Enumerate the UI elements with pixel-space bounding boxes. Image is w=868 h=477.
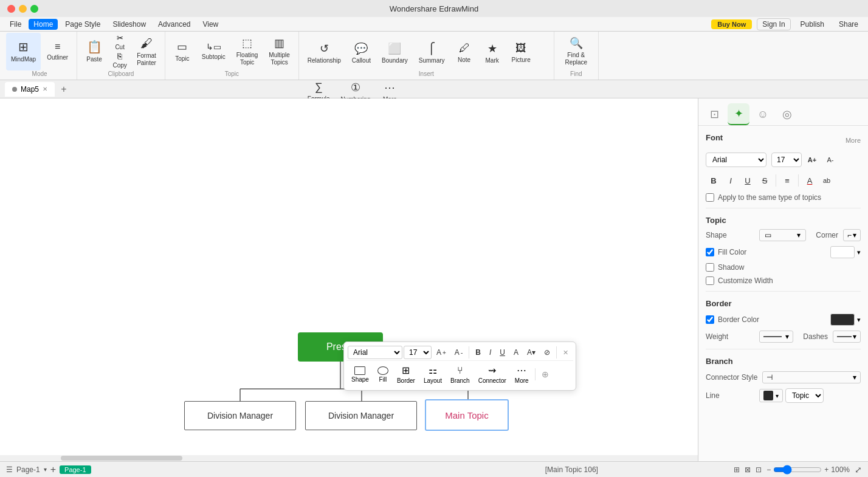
minimize-button[interactable] xyxy=(19,5,27,13)
sign-in-button[interactable]: Sign In xyxy=(757,18,790,30)
outliner-tool[interactable]: ≡ Outliner xyxy=(42,33,73,70)
menu-page-style[interactable]: Page Style xyxy=(60,19,105,30)
close-button[interactable] xyxy=(7,5,15,13)
float-fill-btn[interactable]: Fill xyxy=(374,364,392,385)
subtopic-tool[interactable]: ↳▭ Subtopic xyxy=(197,33,230,70)
callout-tool[interactable]: 💬 Callout xyxy=(347,34,376,72)
float-layout-btn[interactable]: ⚏ Layout xyxy=(420,362,446,386)
float-shape-btn[interactable]: Shape xyxy=(348,364,373,385)
add-tab-button[interactable]: + xyxy=(57,83,71,96)
float-size-decrease[interactable]: A- xyxy=(451,346,466,359)
float-font-select[interactable]: Arial xyxy=(348,346,402,359)
float-highlight[interactable]: A▾ xyxy=(523,346,539,359)
menu-advanced[interactable]: Advanced xyxy=(153,19,195,30)
font-family-select[interactable]: Arial xyxy=(706,153,766,167)
dashes-select[interactable]: ▾ xyxy=(833,331,861,343)
relationship-tool[interactable]: ↺ Relationship xyxy=(303,34,346,72)
multiple-topics-tool[interactable]: ▥ Multiple Topics xyxy=(264,33,294,70)
buy-now-button[interactable]: Buy Now xyxy=(711,19,752,29)
picture-tool[interactable]: 🖼 Picture xyxy=(507,34,536,72)
border-color-dropdown[interactable]: ▾ xyxy=(857,316,861,324)
float-bold[interactable]: B xyxy=(472,346,484,359)
fullscreen-icon-btn[interactable]: ⊡ xyxy=(756,465,762,474)
panel-tab-settings[interactable]: ◎ xyxy=(776,103,798,125)
zoom-slider[interactable] xyxy=(773,465,822,475)
expand-btn[interactable]: ⤢ xyxy=(855,465,862,475)
canvas[interactable]: Pres... Division Manager Division Manage… xyxy=(0,98,698,461)
shadow-checkbox[interactable] xyxy=(706,263,714,272)
zoom-in-btn[interactable]: + xyxy=(824,465,828,474)
panel-tab-format[interactable]: ⊡ xyxy=(703,103,725,125)
paste-tool[interactable]: 📋 Paste xyxy=(81,33,108,70)
fill-color-checkbox[interactable] xyxy=(706,248,714,256)
fill-color-dropdown[interactable]: ▾ xyxy=(857,249,861,256)
corner-select[interactable]: ⌐ ▾ xyxy=(843,229,861,241)
weight-select[interactable]: ▾ xyxy=(759,331,793,343)
fit-icon-btn[interactable]: ⊠ xyxy=(745,465,751,474)
add-page-btn[interactable]: + xyxy=(50,464,56,475)
connector-style-select[interactable]: ⊣ ▾ xyxy=(762,371,861,383)
float-pin[interactable]: ⊕ xyxy=(538,368,553,381)
menu-view[interactable]: View xyxy=(198,19,223,30)
horizontal-scrollbar[interactable] xyxy=(0,455,698,461)
ab-btn[interactable]: ab xyxy=(819,173,835,188)
float-close[interactable]: ✕ xyxy=(559,347,572,359)
tab-close[interactable]: ✕ xyxy=(43,86,47,92)
mark-tool[interactable]: ★ Mark xyxy=(479,34,506,72)
floating-topic-tool[interactable]: ⬚ Floating Topic xyxy=(232,33,263,70)
line-type-select[interactable]: Topic xyxy=(785,388,824,403)
tab-map5[interactable]: Map5 ✕ xyxy=(5,82,55,97)
float-branch-btn[interactable]: ⑂ Branch xyxy=(447,363,474,386)
underline-btn[interactable]: U xyxy=(740,173,756,188)
expand-sidebar-btn[interactable]: ☰ xyxy=(6,465,13,474)
publish-button[interactable]: Publish xyxy=(796,19,829,30)
fill-color-swatch[interactable] xyxy=(830,246,855,258)
node-division-manager-2[interactable]: Division Manager xyxy=(305,401,417,430)
maximize-button[interactable] xyxy=(30,5,38,13)
font-color-btn[interactable]: A xyxy=(802,173,818,188)
font-size-select[interactable]: 17 xyxy=(771,153,802,167)
share-button[interactable]: Share xyxy=(834,19,863,30)
float-connector-btn[interactable]: ⇝ Connector xyxy=(475,362,510,386)
float-underline[interactable]: U xyxy=(496,346,509,359)
find-replace-tool[interactable]: 🔍 Find & Replace xyxy=(558,33,594,70)
apply-checkbox[interactable] xyxy=(706,193,714,202)
border-color-checkbox[interactable] xyxy=(706,315,714,324)
cut-tool[interactable]: ✂ Cut xyxy=(109,34,131,51)
float-italic[interactable]: I xyxy=(486,346,495,359)
float-border-btn[interactable]: ⊞ Border xyxy=(393,362,419,386)
mindmap-tool[interactable]: ⊞ MindMap xyxy=(6,33,41,70)
italic-btn[interactable]: I xyxy=(723,173,739,188)
strikethrough-btn[interactable]: S xyxy=(757,173,773,188)
summary-tool[interactable]: ⎧ Summary xyxy=(414,34,450,72)
panel-tab-emoji[interactable]: ☺ xyxy=(752,103,774,125)
align-btn[interactable]: ≡ xyxy=(779,173,795,188)
font-size-increase-btn[interactable]: A+ xyxy=(804,152,820,168)
float-size-increase[interactable]: A+ xyxy=(433,346,450,359)
topic-tool[interactable]: ▭ Topic xyxy=(169,33,196,70)
menu-slideshow[interactable]: Slideshow xyxy=(108,19,151,30)
zoom-out-btn[interactable]: − xyxy=(766,465,771,474)
float-clear[interactable]: ⊘ xyxy=(540,346,554,359)
line-color-select[interactable]: ▾ xyxy=(759,389,783,402)
customize-width-checkbox[interactable] xyxy=(706,276,714,285)
menu-file[interactable]: File xyxy=(5,19,26,30)
panel-tab-style[interactable]: ✦ xyxy=(728,103,749,125)
menu-home[interactable]: Home xyxy=(29,19,58,30)
node-division-manager-1[interactable]: Division Manager xyxy=(184,401,296,430)
format-painter-tool[interactable]: 🖌 Format Painter xyxy=(132,33,161,70)
float-size-select[interactable]: 17 xyxy=(404,346,432,359)
float-more-btn[interactable]: ⋯ More xyxy=(511,362,532,386)
border-color-swatch[interactable] xyxy=(830,314,855,326)
active-page-tab[interactable]: Page-1 xyxy=(60,465,91,474)
page-indicator-dropdown[interactable]: ▾ xyxy=(44,466,47,473)
boundary-tool[interactable]: ⬜ Boundary xyxy=(377,34,413,72)
shape-select[interactable]: ▭ ▾ xyxy=(759,229,806,241)
float-font-color[interactable]: A xyxy=(510,346,522,359)
bold-btn[interactable]: B xyxy=(706,173,722,188)
node-main-topic[interactable]: Main Topic xyxy=(425,399,509,431)
font-size-decrease-btn[interactable]: A- xyxy=(822,152,838,168)
scrollbar-thumb[interactable] xyxy=(61,456,182,461)
note-tool[interactable]: 🖊 Note xyxy=(451,34,478,72)
layout-icon-btn[interactable]: ⊞ xyxy=(734,465,740,474)
